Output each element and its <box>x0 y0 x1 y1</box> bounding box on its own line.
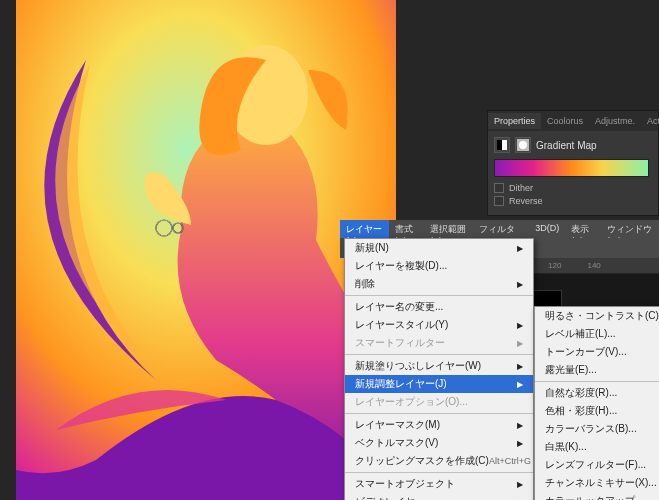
menu-item[interactable]: スマートオブジェクト▶ <box>345 475 533 493</box>
tab-adjustments[interactable]: Adjustme. <box>589 113 641 129</box>
ruler-tick: 140 <box>587 261 600 270</box>
menu-item[interactable]: レイヤーマスク(M)▶ <box>345 416 533 434</box>
menu-item[interactable]: クリッピングマスクを作成(C)Alt+Ctrl+G <box>345 452 533 470</box>
panel-title: Gradient Map <box>536 140 597 151</box>
ruler-tick: 120 <box>548 261 561 270</box>
svg-rect-7 <box>497 140 502 150</box>
menu-type[interactable]: 書式(Y) <box>389 220 424 238</box>
submenu-item[interactable]: レンズフィルター(F)... <box>535 456 659 474</box>
gradient-preview[interactable] <box>494 159 649 177</box>
canvas-artwork[interactable] <box>16 0 396 500</box>
app-menubar: レイヤー(L) 書式(Y) 選択範囲(S) フィルター(T) 3D(D) 表示(… <box>340 220 659 238</box>
svg-point-9 <box>519 141 527 149</box>
submenu-item[interactable]: カラールックアップ... <box>535 492 659 500</box>
menu-item[interactable]: 新規調整レイヤー(J)▶ <box>345 375 533 393</box>
menu-item: レイヤーオプション(O)... <box>345 393 533 411</box>
artwork-svg <box>16 0 396 500</box>
submenu-item[interactable]: カラーバランス(B)... <box>535 420 659 438</box>
menu-window[interactable]: ウィンドウ(W) <box>601 220 659 238</box>
menu-filter[interactable]: フィルター(T) <box>473 220 529 238</box>
panel-tabs: Properties Coolorus Adjustme. Actions <box>488 111 658 131</box>
adjustment-icon <box>494 137 510 153</box>
reverse-checkbox[interactable] <box>494 196 504 206</box>
menu-item: スマートフィルター▶ <box>345 334 533 352</box>
submenu-item[interactable]: 色相・彩度(H)... <box>535 402 659 420</box>
tab-properties[interactable]: Properties <box>488 113 541 129</box>
menu-select[interactable]: 選択範囲(S) <box>424 220 473 238</box>
submenu-item[interactable]: トーンカーブ(V)... <box>535 343 659 361</box>
menu-item[interactable]: ビデオレイヤー▶ <box>345 493 533 500</box>
menu-item[interactable]: レイヤー名の変更... <box>345 298 533 316</box>
dither-label: Dither <box>509 183 533 193</box>
menu-item[interactable]: ベクトルマスク(V)▶ <box>345 434 533 452</box>
menu-layer[interactable]: レイヤー(L) <box>340 220 389 238</box>
menu-item[interactable]: レイヤーを複製(D)... <box>345 257 533 275</box>
tab-actions[interactable]: Actions <box>641 113 659 129</box>
menu-item[interactable]: レイヤースタイル(Y)▶ <box>345 316 533 334</box>
new-adjustment-layer-submenu: 明るさ・コントラスト(C)...レベル補正(L)...トーンカーブ(V)...露… <box>534 306 659 500</box>
menu-3d[interactable]: 3D(D) <box>529 220 565 238</box>
menu-view[interactable]: 表示(V) <box>565 220 600 238</box>
menu-item[interactable]: 新規(N)▶ <box>345 239 533 257</box>
submenu-item[interactable]: 白黒(K)... <box>535 438 659 456</box>
properties-panel: Properties Coolorus Adjustme. Actions Gr… <box>487 110 659 216</box>
submenu-item[interactable]: チャンネルミキサー(X)... <box>535 474 659 492</box>
tab-coolorus[interactable]: Coolorus <box>541 113 589 129</box>
dither-checkbox[interactable] <box>494 183 504 193</box>
submenu-item[interactable]: 自然な彩度(R)... <box>535 384 659 402</box>
menu-item[interactable]: 新規塗りつぶしレイヤー(W)▶ <box>345 357 533 375</box>
layer-dropdown-menu: 新規(N)▶レイヤーを複製(D)...削除▶レイヤー名の変更...レイヤースタイ… <box>344 238 534 500</box>
reverse-label: Reverse <box>509 196 543 206</box>
submenu-item[interactable]: 明るさ・コントラスト(C)... <box>535 307 659 325</box>
submenu-item[interactable]: 露光量(E)... <box>535 361 659 379</box>
submenu-item[interactable]: レベル補正(L)... <box>535 325 659 343</box>
menu-item[interactable]: 削除▶ <box>345 275 533 293</box>
mask-icon <box>515 137 531 153</box>
